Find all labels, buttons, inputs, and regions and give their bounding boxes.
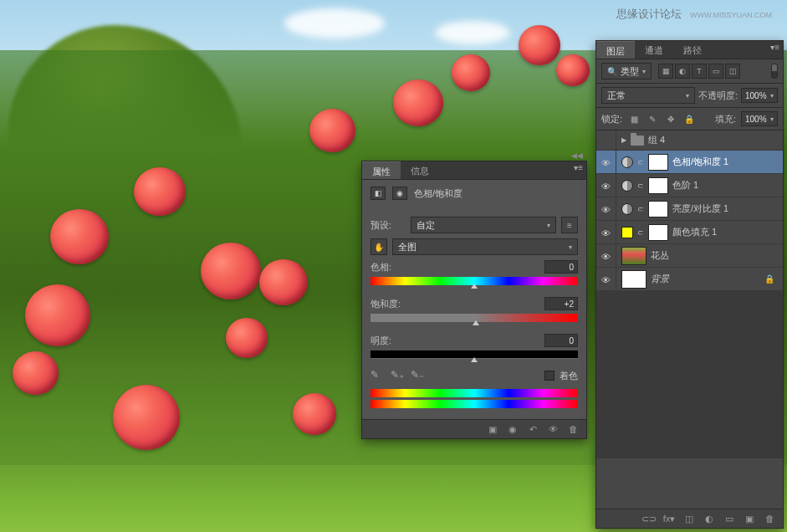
new-group-icon[interactable]: ▭ bbox=[723, 513, 736, 524]
rose bbox=[309, 109, 355, 152]
clip-to-layer-icon[interactable]: ▣ bbox=[486, 423, 499, 435]
delete-layer-icon[interactable]: 🗑 bbox=[763, 513, 776, 524]
lock-transparency-icon[interactable]: ▦ bbox=[627, 113, 641, 125]
mask-thumb[interactable] bbox=[648, 154, 668, 171]
layer-hue-saturation[interactable]: 👁 ⊂ 色相/饱和度 1 bbox=[596, 151, 783, 174]
adjustment-title: 色相/饱和度 bbox=[414, 187, 462, 200]
mask-thumb[interactable] bbox=[648, 224, 668, 241]
mask-icon[interactable]: ◉ bbox=[392, 187, 407, 200]
colorize-checkbox[interactable] bbox=[544, 371, 554, 381]
toggle-visibility-icon[interactable]: 👁 bbox=[546, 423, 560, 435]
lock-position-icon[interactable]: ✥ bbox=[664, 113, 677, 125]
visibility-icon[interactable]: 👁 bbox=[601, 275, 613, 284]
add-mask-icon[interactable]: ◫ bbox=[682, 513, 696, 524]
mask-thumb[interactable] bbox=[648, 177, 668, 194]
delete-icon[interactable]: 🗑 bbox=[566, 423, 580, 435]
rose bbox=[452, 54, 490, 91]
adjustment-type-icon[interactable]: ◧ bbox=[371, 187, 386, 200]
opacity-input[interactable]: 100%▾ bbox=[741, 88, 778, 103]
layer-name: 组 4 bbox=[648, 134, 665, 146]
filter-type-select[interactable]: 🔍类型▾ bbox=[601, 63, 652, 79]
filter-toggle[interactable] bbox=[771, 64, 778, 79]
layer-name: 亮度/对比度 1 bbox=[672, 202, 728, 215]
layer-color-fill[interactable]: 👁 ⊂ 颜色填充 1 bbox=[596, 221, 783, 244]
new-layer-icon[interactable]: ▣ bbox=[743, 513, 756, 524]
layer-background[interactable]: 👁 背景 🔒 bbox=[596, 268, 783, 291]
eyedropper-add-icon[interactable]: ✎₊ bbox=[391, 369, 404, 382]
lightness-slider[interactable] bbox=[371, 350, 578, 359]
rose bbox=[201, 243, 261, 299]
layer-levels[interactable]: 👁 ⊂ 色阶 1 bbox=[596, 174, 783, 197]
visibility-icon[interactable]: 👁 bbox=[601, 252, 613, 260]
rose bbox=[13, 351, 59, 395]
view-previous-icon[interactable]: ◉ bbox=[506, 423, 519, 435]
saturation-value[interactable] bbox=[544, 297, 578, 310]
panel-menu-icon[interactable]: ▾≡ bbox=[574, 163, 583, 172]
properties-panel: ◀◀ 属性 信息 ▾≡ ◧ ◉ 色相/饱和度 预设: 自定▾ ≡ ✋ 全图▾ 色… bbox=[361, 161, 587, 439]
rose bbox=[293, 393, 336, 435]
rose bbox=[113, 385, 180, 450]
link-icon[interactable]: ⊂ bbox=[637, 182, 644, 190]
tab-layers[interactable]: 图层 bbox=[596, 41, 635, 59]
reset-icon[interactable]: ↶ bbox=[526, 423, 539, 435]
link-icon[interactable]: ⊂ bbox=[637, 158, 644, 166]
layer-thumb[interactable] bbox=[621, 247, 646, 265]
adjustment-icon bbox=[621, 203, 633, 215]
rose bbox=[259, 259, 308, 305]
lock-all-icon[interactable]: 🔒 bbox=[682, 113, 696, 125]
tab-channels[interactable]: 通道 bbox=[635, 41, 673, 59]
fill-input[interactable]: 100%▾ bbox=[741, 111, 778, 126]
disclosure-icon[interactable]: ▶ bbox=[621, 136, 626, 144]
panel-menu-icon[interactable]: ▾≡ bbox=[770, 43, 779, 52]
filter-pixel-icon[interactable]: ▦ bbox=[658, 64, 673, 79]
layer-name: 色相/饱和度 1 bbox=[672, 156, 728, 168]
tab-properties[interactable]: 属性 bbox=[362, 161, 401, 179]
rose bbox=[556, 54, 590, 86]
rose bbox=[50, 209, 109, 264]
layer-image[interactable]: 👁 花丛 bbox=[596, 244, 783, 268]
adjustment-icon bbox=[621, 156, 633, 168]
blend-mode-select[interactable]: 正常▾ bbox=[601, 87, 695, 104]
layer-name: 颜色填充 1 bbox=[672, 226, 717, 238]
layer-thumb[interactable] bbox=[621, 270, 646, 289]
colorize-label: 着色 bbox=[560, 370, 578, 382]
visibility-icon[interactable]: 👁 bbox=[601, 205, 613, 213]
filter-type-icon[interactable]: T bbox=[692, 64, 707, 79]
link-layers-icon[interactable]: ⊂⊃ bbox=[642, 513, 656, 524]
properties-tabs: 属性 信息 ▾≡ bbox=[362, 161, 586, 180]
watermark: 思缘设计论坛 WWW.MISSYUAN.COM bbox=[616, 7, 772, 22]
visibility-icon[interactable]: 👁 bbox=[601, 228, 613, 237]
layers-tabs: 图层 通道 路径 ▾≡ bbox=[596, 41, 783, 59]
tab-paths[interactable]: 路径 bbox=[673, 41, 712, 59]
filter-shape-icon[interactable]: ▭ bbox=[708, 64, 723, 79]
cloud bbox=[284, 8, 385, 38]
eyedropper-icon[interactable]: ✎ bbox=[371, 369, 384, 382]
tab-info[interactable]: 信息 bbox=[401, 161, 439, 179]
layer-style-icon[interactable]: fx▾ bbox=[662, 513, 676, 524]
layer-group[interactable]: ▶ 组 4 bbox=[596, 130, 783, 151]
visibility-icon[interactable]: 👁 bbox=[601, 182, 613, 190]
saturation-label: 饱和度: bbox=[371, 298, 406, 310]
lock-indicator-icon: 🔒 bbox=[764, 274, 774, 284]
filter-smart-icon[interactable]: ◫ bbox=[725, 64, 740, 79]
new-adjustment-icon[interactable]: ◐ bbox=[703, 513, 716, 524]
hue-slider[interactable] bbox=[371, 277, 578, 285]
layer-brightness-contrast[interactable]: 👁 ⊂ 亮度/对比度 1 bbox=[596, 197, 783, 221]
visibility-icon[interactable]: 👁 bbox=[601, 158, 613, 166]
range-select[interactable]: 全图▾ bbox=[392, 238, 578, 255]
folder-icon bbox=[631, 136, 644, 146]
mask-thumb[interactable] bbox=[648, 201, 668, 217]
targeted-adjust-icon[interactable]: ✋ bbox=[371, 238, 387, 255]
filter-adjustment-icon[interactable]: ◐ bbox=[675, 64, 690, 79]
saturation-slider[interactable] bbox=[371, 314, 578, 322]
lock-pixels-icon[interactable]: ✎ bbox=[646, 113, 659, 125]
preset-label: 预设: bbox=[371, 219, 406, 232]
link-icon[interactable]: ⊂ bbox=[637, 228, 644, 237]
link-icon[interactable]: ⊂ bbox=[637, 205, 644, 213]
eyedropper-subtract-icon[interactable]: ✎₋ bbox=[411, 369, 424, 382]
hue-value[interactable] bbox=[544, 260, 578, 274]
lightness-value[interactable] bbox=[544, 334, 578, 347]
preset-select[interactable]: 自定▾ bbox=[411, 217, 556, 233]
preset-options-icon[interactable]: ≡ bbox=[561, 217, 578, 233]
panel-collapse-icon[interactable]: ◀◀ bbox=[571, 151, 583, 160]
